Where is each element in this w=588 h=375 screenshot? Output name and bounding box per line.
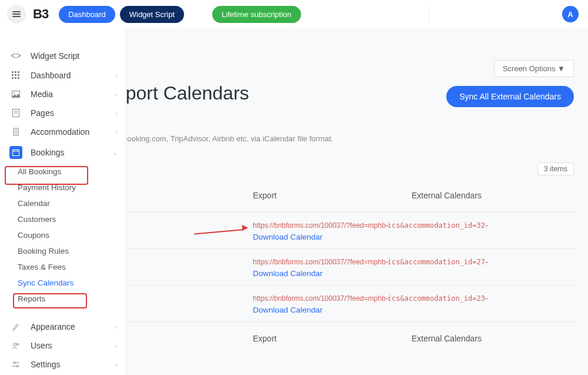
svg-point-30 (16, 366, 18, 367)
sidebar-sub-taxes-fees[interactable]: Taxes & Fees (0, 259, 126, 275)
download-calendar-link[interactable]: Download Calendar (253, 306, 570, 314)
sidebar-item-bookings[interactable]: Bookings ⌄ (0, 141, 126, 164)
svg-rect-4 (15, 74, 16, 76)
grid-icon (9, 71, 22, 79)
chevron-left-icon: ‹ (115, 128, 118, 135)
svg-rect-5 (18, 74, 19, 76)
brush-icon (9, 323, 22, 331)
sliders-icon (9, 361, 22, 368)
sidebar-item-label: Dashboard (31, 71, 71, 80)
col-external[interactable]: External Calendars (412, 334, 570, 343)
col-external[interactable]: External Calendars (412, 191, 570, 200)
sync-all-button[interactable]: Sync All External Calendars (446, 86, 574, 107)
items-count-top: 3 items (537, 162, 574, 175)
sidebar: <> Widget Script Dashboard ‹ Media ‹ Pag… (0, 28, 126, 375)
avatar[interactable]: A (562, 6, 579, 22)
chevron-left-icon: ‹ (115, 323, 118, 330)
sidebar-item-media[interactable]: Media ‹ (0, 85, 126, 104)
sidebar-item-users[interactable]: Users ‹ (0, 336, 126, 355)
sidebar-sub-calendar[interactable]: Calendar (0, 195, 126, 211)
widget-script-pill[interactable]: Widget Script (120, 6, 184, 23)
svg-rect-18 (16, 131, 18, 132)
export-url: https://bnbforms.com/100037/?feed=mphb (253, 294, 389, 303)
sidebar-item-settings[interactable]: Settings ‹ (0, 355, 126, 374)
dashboard-pill[interactable]: Dashboard (59, 6, 115, 23)
sidebar-sub-payment-history[interactable]: Payment History (0, 180, 126, 195)
svg-rect-14 (14, 128, 18, 135)
svg-point-10 (14, 92, 15, 94)
sidebar-sub-sync-calendars[interactable]: Sync Calendars (0, 275, 126, 291)
page-icon (9, 109, 22, 117)
topbar: B3 Dashboard Widget Script Lifetime subs… (0, 0, 588, 28)
screen-options-button[interactable]: Screen Options ▼ (494, 60, 574, 77)
svg-rect-16 (16, 130, 18, 131)
calendar-icon (9, 146, 22, 159)
sidebar-sub-all-bookings[interactable]: All Bookings (0, 164, 126, 180)
sidebar-sub-customers[interactable]: Customers (0, 211, 126, 227)
sidebar-sub-coupons[interactable]: Coupons (0, 227, 126, 243)
sidebar-item-accommodation[interactable]: Accommodation ‹ (0, 122, 126, 141)
sidebar-item-label: Accommodation (31, 127, 89, 137)
building-icon (9, 128, 22, 136)
download-calendar-link[interactable]: Download Calendar (253, 233, 570, 241)
svg-rect-17 (15, 131, 16, 132)
sidebar-item-label: Settings (31, 360, 61, 369)
sidebar-item-label: Appearance (31, 322, 75, 331)
svg-rect-2 (18, 71, 19, 73)
sidebar-item-appearance[interactable]: Appearance ‹ (0, 317, 126, 336)
chevron-left-icon: ‹ (115, 72, 118, 79)
svg-rect-20 (16, 133, 18, 134)
sidebar-item-label: Widget Script (31, 51, 79, 61)
svg-rect-8 (18, 77, 19, 79)
svg-rect-1 (15, 71, 16, 73)
sidebar-sub-booking-rules[interactable]: Booking Rules (0, 243, 126, 259)
export-url: https://bnbforms.com/100037/?feed=mphb (253, 258, 389, 266)
users-icon (9, 342, 22, 349)
svg-point-28 (14, 362, 16, 364)
sidebar-sub-reports[interactable]: Reports (0, 291, 126, 307)
chevron-left-icon: ‹ (115, 109, 118, 117)
svg-point-26 (16, 343, 18, 345)
sidebar-item-label: Users (31, 341, 52, 350)
chevron-left-icon: ‹ (115, 361, 118, 368)
logo[interactable]: B3 (33, 6, 48, 22)
svg-point-25 (14, 343, 16, 346)
sidebar-item-label: Bookings (31, 148, 65, 157)
menu-toggle[interactable] (7, 5, 26, 24)
svg-rect-15 (15, 130, 16, 131)
svg-rect-6 (12, 77, 14, 79)
svg-rect-0 (12, 71, 14, 73)
image-icon (9, 91, 22, 98)
download-calendar-link[interactable]: Download Calendar (253, 269, 570, 278)
svg-rect-3 (12, 74, 14, 76)
col-export[interactable]: Export (253, 191, 412, 200)
sidebar-item-label: Media (31, 89, 53, 99)
sidebar-item-dashboard[interactable]: Dashboard ‹ (0, 66, 126, 85)
svg-rect-19 (15, 133, 16, 134)
chevron-left-icon: ‹ (115, 91, 118, 98)
sidebar-item-widget-script[interactable]: <> Widget Script (0, 46, 126, 66)
col-export[interactable]: Export (253, 334, 412, 343)
chevron-left-icon: ‹ (115, 342, 118, 349)
lifetime-subscription-pill[interactable]: Lifetime subscription (212, 6, 301, 23)
code-icon: <> (9, 51, 22, 61)
svg-rect-21 (13, 150, 19, 156)
export-url: https://bnbforms.com/100037/?feed=mphb (253, 221, 389, 230)
chevron-down-icon: ⌄ (112, 149, 118, 157)
svg-rect-7 (15, 77, 16, 79)
sidebar-item-label: Pages (31, 108, 54, 118)
sidebar-item-pages[interactable]: Pages ‹ (0, 104, 126, 122)
